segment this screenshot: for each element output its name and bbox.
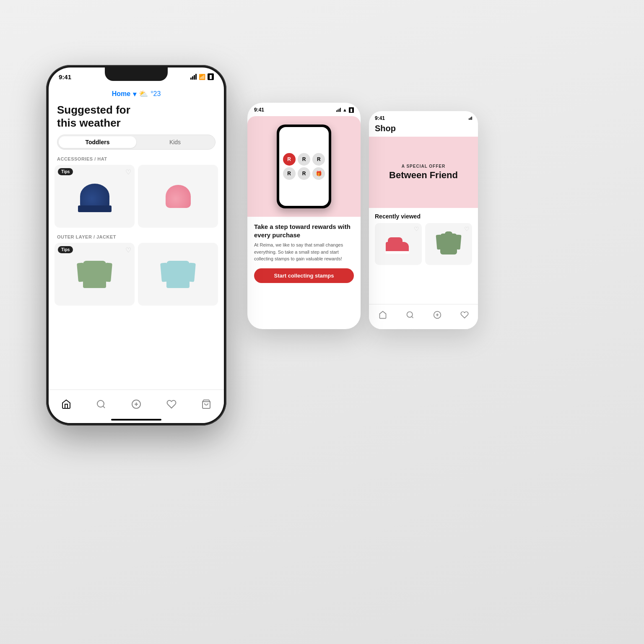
banner-sub-label: A SPECIAL OFFER	[402, 164, 445, 169]
location-label[interactable]: Home	[112, 90, 130, 98]
recently-jacket-image	[438, 231, 459, 257]
mid-banner: R R R R R 🎁	[247, 116, 361, 217]
right-nav-home[interactable]	[379, 311, 387, 321]
right-bottom-nav	[369, 304, 478, 329]
stamp-4: R	[283, 167, 296, 180]
svg-point-5	[407, 312, 412, 317]
category-hat: ACCESSORIES / HAT	[49, 155, 224, 165]
weather-icon: ⛅	[139, 89, 148, 99]
nav-cart[interactable]	[201, 399, 211, 409]
signal-icon	[190, 74, 197, 80]
jacket-green-image	[81, 259, 108, 290]
right-phone: 9:41 Shop A SPECIAL OFFER Between Friend…	[369, 111, 478, 329]
stamp-3: R	[312, 153, 325, 166]
right-time: 9:41	[375, 115, 385, 121]
mid-phone: 9:41 ▲ ▮ R R R R R 🎁	[247, 103, 361, 329]
recently-card-shoe[interactable]: ♡	[375, 223, 422, 265]
heart-shoe[interactable]: ♡	[414, 226, 419, 232]
category-jacket: OUTER LAYER / JACKET	[49, 233, 224, 243]
main-phone: 9:41 📶 ▮ Home ▾ ⛅ °23	[46, 65, 226, 426]
location-header[interactable]: Home ▾ ⛅ °23	[49, 86, 224, 100]
heart-button-hat[interactable]: ♡	[125, 168, 131, 176]
recently-row: ♡ ♡	[375, 223, 472, 265]
page-title: Suggested for this weather	[49, 100, 224, 135]
battery-icon: ▮	[208, 73, 214, 80]
rewards-desc: At Reima, we like to say that small chan…	[254, 242, 354, 262]
right-status-bar: 9:41	[369, 111, 478, 121]
nav-search[interactable]	[96, 399, 106, 409]
product-card-hat-pink[interactable]	[138, 165, 218, 228]
nav-home[interactable]	[61, 399, 71, 409]
jacket-product-row: Tips ♡	[49, 243, 224, 306]
shop-banner: A SPECIAL OFFER Between Friend	[369, 137, 478, 208]
mid-battery: ▮	[349, 107, 354, 113]
bottom-nav	[49, 390, 224, 423]
svg-point-0	[97, 400, 104, 407]
banner-title: Between Friend	[389, 170, 458, 180]
product-card-jacket-green[interactable]: Tips ♡	[55, 243, 135, 306]
recently-section: Recently viewed ♡ ♡	[369, 208, 478, 268]
tips-badge-jacket: Tips	[58, 246, 73, 253]
mid-status-icons: ▲ ▮	[336, 107, 354, 113]
nav-wishlist[interactable]	[166, 399, 177, 409]
mid-time: 9:41	[254, 107, 264, 113]
collect-stamps-button[interactable]: Start collecting stamps	[254, 268, 354, 283]
mid-signal	[336, 108, 341, 112]
wifi-icon: 📶	[199, 74, 205, 80]
jacket-blue-image	[164, 259, 192, 290]
inner-phone-screen: R R R R R 🎁	[279, 127, 329, 206]
rewards-title: Take a step toward rewards with every pu…	[254, 223, 354, 239]
segment-tabs: Toddlers Kids	[57, 135, 216, 150]
main-notch	[105, 68, 168, 81]
nav-plus[interactable]	[131, 399, 141, 409]
stamp-2: R	[298, 153, 310, 166]
location-arrow: ▾	[133, 90, 136, 98]
heart-button-jacket[interactable]: ♡	[125, 246, 131, 254]
shop-label: Shop	[369, 121, 478, 137]
heart-jacket[interactable]: ♡	[464, 226, 470, 232]
stamp-5: R	[298, 167, 310, 180]
status-time: 9:41	[59, 73, 71, 80]
recently-card-jacket[interactable]: ♡	[425, 223, 472, 265]
recently-label: Recently viewed	[375, 213, 472, 220]
status-icons: 📶 ▮	[190, 73, 214, 80]
right-nav-plus[interactable]	[433, 311, 441, 321]
temperature: °23	[151, 90, 161, 98]
mid-status-bar: 9:41 ▲ ▮	[247, 103, 361, 113]
hat-navy-image	[80, 184, 109, 209]
tips-badge-hat: Tips	[58, 168, 73, 175]
stamp-gift: 🎁	[312, 167, 325, 180]
main-phone-inner: 9:41 📶 ▮ Home ▾ ⛅ °23	[49, 68, 224, 423]
rewards-body: Take a step toward rewards with every pu…	[247, 217, 361, 289]
inner-phone-mockup: R R R R R 🎁	[277, 125, 331, 208]
product-card-jacket-blue[interactable]	[138, 243, 218, 306]
main-content: Home ▾ ⛅ °23 Suggested for this weather …	[49, 86, 224, 423]
right-nav-search[interactable]	[406, 311, 414, 321]
hat-product-row: Tips ♡	[49, 165, 224, 228]
right-nav-heart[interactable]	[460, 311, 469, 321]
mid-wifi: ▲	[343, 107, 347, 112]
stamp-1: R	[283, 153, 296, 166]
shoe-image	[386, 236, 411, 252]
right-signal	[469, 117, 472, 120]
tab-kids[interactable]: Kids	[136, 136, 214, 148]
tab-toddlers[interactable]: Toddlers	[59, 136, 136, 148]
hat-pink-image	[166, 185, 191, 208]
product-card-hat-navy[interactable]: Tips ♡	[55, 165, 135, 228]
home-indicator	[111, 419, 161, 421]
right-status-icons	[469, 117, 472, 120]
stamps-grid: R R R R R 🎁	[283, 153, 325, 180]
